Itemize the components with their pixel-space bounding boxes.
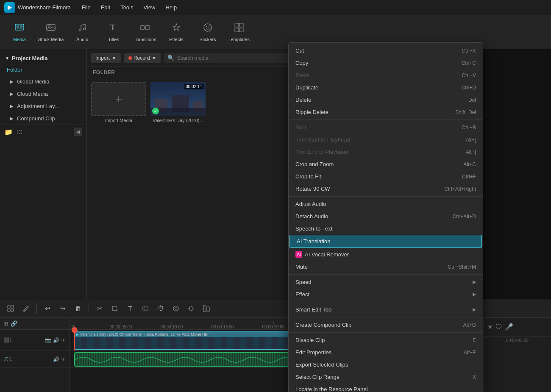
toolbar-templates-label: Templates: [228, 37, 250, 42]
toolbar-effects[interactable]: Effects: [161, 18, 192, 47]
menu-edit[interactable]: Edit: [97, 3, 114, 12]
plus-icon: +: [115, 92, 122, 106]
menu-tools[interactable]: Tools: [116, 3, 137, 12]
record-button[interactable]: Record ▼: [124, 53, 161, 63]
video-track-number: ⬛1: [3, 337, 12, 343]
playhead-top: [72, 327, 78, 333]
speed-arrow-icon: ▶: [473, 279, 476, 285]
sidebar-collapse-btn[interactable]: ◀: [74, 128, 82, 136]
timeline-razor-tool[interactable]: [19, 302, 32, 315]
timeline-text[interactable]: T: [124, 302, 136, 315]
timeline-undo[interactable]: ↩: [41, 302, 54, 315]
tr-mic-icon[interactable]: 🎤: [505, 323, 513, 331]
toolbar-audio[interactable]: Audio: [67, 18, 97, 47]
cm-crop-fit[interactable]: Crop to Fit Ctrl+F: [289, 170, 483, 183]
import-media-item[interactable]: + Import Media: [91, 82, 146, 123]
templates-icon: [234, 22, 244, 35]
toolbar-titles[interactable]: T Titles: [98, 18, 129, 47]
timeline-crop[interactable]: [109, 302, 121, 315]
timeline-delete[interactable]: 🗑: [72, 302, 84, 315]
toolbar-stock-media[interactable]: Stock Media: [36, 18, 66, 47]
tr-sun-icon[interactable]: ☀: [487, 323, 493, 331]
timeline-right-toolbar: ☀ 🛡 🎤: [484, 318, 551, 336]
video-check-icon: ✓: [152, 108, 159, 114]
track-speaker-icon[interactable]: 🔊: [53, 337, 59, 343]
import-button[interactable]: Import ▼: [91, 53, 121, 63]
cm-create-compound-clip[interactable]: Create Compound Clip Alt+G: [289, 319, 483, 331]
ruler-mark-1: 00:00:05:00: [110, 322, 132, 329]
folder-add-icon[interactable]: 📁: [4, 128, 13, 136]
timeline-fit[interactable]: [139, 302, 152, 315]
svg-point-34: [175, 307, 177, 309]
cm-locate-resource[interactable]: Locate in the Resource Panel: [289, 383, 483, 392]
cm-separator-4: [289, 302, 483, 302]
transitions-icon: [140, 22, 150, 35]
timeline-stabilize[interactable]: [170, 302, 182, 315]
cm-export-selected[interactable]: Export Selected Clips: [289, 359, 483, 371]
audio-track-number: 🎵1: [3, 356, 12, 362]
cm-speed[interactable]: Speed ▶: [289, 276, 483, 288]
cm-mute[interactable]: Mute Ctrl+Shift+M: [289, 261, 483, 273]
cm-duplicate[interactable]: Duplicate Ctrl+D: [289, 81, 483, 94]
cm-speech-to-text[interactable]: Speech-to-Text: [289, 222, 483, 235]
cm-copy[interactable]: Copy Ctrl+C: [289, 57, 483, 69]
timeline-select-tool[interactable]: [4, 302, 17, 315]
audio-track-speaker-icon[interactable]: 🔊: [53, 356, 59, 362]
menu-help[interactable]: Help: [161, 3, 181, 12]
timeline-zoom-fit[interactable]: [200, 302, 213, 315]
tr-shield-icon[interactable]: 🛡: [495, 323, 502, 331]
timeline-transform[interactable]: [185, 302, 198, 315]
video-media-item[interactable]: 00:02:11 ✓ Valentine's Day (2010)...: [150, 82, 206, 123]
cm-cut[interactable]: Cut Ctrl+X: [289, 44, 483, 57]
playhead[interactable]: [74, 330, 75, 350]
video-media-name: Valentine's Day (2010)...: [153, 118, 203, 123]
sidebar-header-label: Project Media: [12, 55, 48, 61]
track-eye-icon[interactable]: 👁: [61, 337, 66, 343]
cm-trim-start: Trim Start to Playhead Alt+[: [289, 133, 483, 146]
cm-ripple-delete[interactable]: Ripple Delete Shift+Del: [289, 106, 483, 118]
video-track-label: ⬛1 📷 🔊 👁: [0, 330, 70, 351]
cm-adjust-audio[interactable]: Adjust Audio: [289, 198, 483, 210]
sidebar-item-global-media[interactable]: ▶ Global Media: [0, 75, 86, 88]
clip-title: Valentine's Day (2010) Official Trailer …: [80, 332, 208, 336]
sidebar-item-compound-clip[interactable]: ▶ Compound Clip: [0, 112, 86, 125]
folder-icon[interactable]: 🗂: [16, 128, 23, 136]
svg-rect-28: [11, 309, 14, 311]
sidebar-item-adjustment-layer[interactable]: ▶ Adjustment Lay...: [0, 100, 86, 112]
cm-ai-vocal-remover[interactable]: AI AI Vocal Remover: [289, 248, 483, 261]
cm-delete[interactable]: Delete Del: [289, 94, 483, 106]
timeline-scissors[interactable]: ✂: [93, 302, 106, 315]
clip-play-icon: ▶: [76, 333, 79, 336]
cm-ai-translation[interactable]: AI Translation: [289, 235, 482, 248]
svg-rect-31: [113, 306, 117, 311]
context-menu: Cut Ctrl+X Copy Ctrl+C Paste Ctrl+V Dupl…: [288, 42, 483, 392]
track-icons: 📷 🔊 👁: [45, 337, 66, 343]
toolbar-stickers[interactable]: Stickers: [192, 18, 223, 47]
track-camera-icon[interactable]: 📷: [45, 337, 51, 343]
sidebar-item-cloud-media[interactable]: ▶ Cloud Media: [0, 88, 86, 100]
smart-edit-arrow-icon: ▶: [473, 307, 476, 312]
toolbar-media[interactable]: Media: [4, 18, 35, 47]
timeline-link-icon[interactable]: 🔗: [11, 320, 17, 327]
timeline-speed[interactable]: ⏱: [154, 302, 167, 315]
cm-edit-properties[interactable]: Edit Properties Alt+E: [289, 346, 483, 359]
svg-rect-27: [8, 309, 10, 311]
timeline-add-track-icon[interactable]: ⊞: [3, 320, 8, 327]
audio-track-eye-icon[interactable]: 👁: [61, 356, 66, 362]
timeline-tracks-label: ⊞ 🔗 ⬛1 📷 🔊 👁 🎵1 🔊 👁: [0, 318, 70, 392]
cm-crop-zoom[interactable]: Crop and Zoom Alt+C: [289, 158, 483, 170]
sidebar-folder[interactable]: Folder: [0, 64, 86, 75]
menu-view[interactable]: View: [139, 3, 159, 12]
cm-select-clip-range[interactable]: Select Clip Range X: [289, 371, 483, 383]
toolbar-templates[interactable]: Templates: [224, 18, 254, 47]
cm-effect[interactable]: Effect ▶: [289, 288, 483, 300]
cm-detach-audio[interactable]: Detach Audio Ctrl+Alt+D: [289, 210, 483, 222]
ruler-mark-2: 00:00:10:00: [161, 322, 183, 329]
toolbar-transitions[interactable]: Transitions: [130, 18, 160, 47]
cm-rotate[interactable]: Rotate 90 CW Ctrl+Alt+Right: [289, 183, 483, 195]
import-media-thumb: +: [91, 82, 146, 116]
menu-file[interactable]: File: [78, 3, 95, 12]
cm-smart-edit[interactable]: Smart Edit Tool ▶: [289, 303, 483, 316]
cm-disable-clip[interactable]: Disable Clip E: [289, 334, 483, 346]
timeline-redo[interactable]: ↪: [56, 302, 69, 315]
